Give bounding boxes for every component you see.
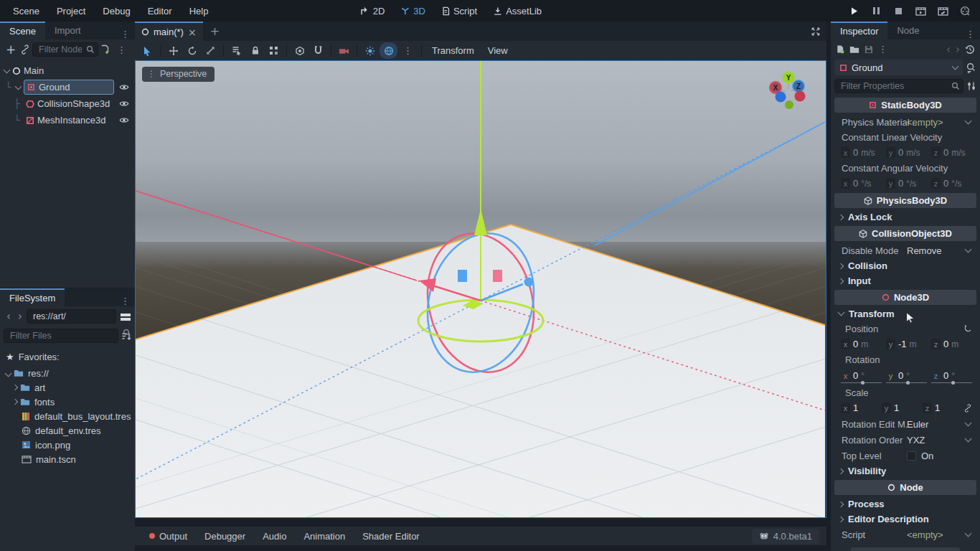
scale-mode-button[interactable] [202,42,220,59]
axis-navigation-gizmo[interactable]: Y X Z [763,65,814,117]
prop-rotation-edit-mode[interactable]: Rotation Edit M... Euler [834,416,977,432]
prop-script[interactable]: Script <empty> [834,527,977,542]
open-docs-button[interactable] [966,62,976,73]
menu-editor[interactable]: Editor [139,6,181,17]
lock-button[interactable] [246,42,264,59]
expand-viewport-icon[interactable] [811,27,821,37]
scale-link-icon[interactable] [963,404,972,413]
history-forward-icon[interactable]: › [956,43,960,56]
visibility-eye-icon[interactable] [119,100,129,108]
preview-environment-button[interactable] [380,42,397,59]
group-editor-description[interactable]: Editor Description [834,512,977,527]
group-process[interactable]: Process [834,496,977,512]
bottom-tab-output[interactable]: Output [142,531,194,542]
axis-neg-y-ball[interactable] [785,100,793,109]
tab-inspector[interactable]: Inspector [831,22,887,39]
dock-menu-icon[interactable]: ⋮ [116,296,135,306]
workspace-2d[interactable]: 2D [354,4,392,19]
menu-help[interactable]: Help [181,6,217,17]
workspace-3d[interactable]: 3D [394,4,432,19]
category-collisionobject3d[interactable]: CollisionObject3D [834,226,976,241]
rotation-z-field[interactable]: z0° [931,369,972,383]
menu-project[interactable]: Project [48,6,94,17]
revert-icon[interactable] [963,324,972,333]
rotation-y-field[interactable]: y0° [886,369,927,383]
category-node[interactable]: Node [834,480,976,495]
axis-neg-x-ball[interactable] [795,91,806,102]
add-metadata-button[interactable]: + Add Metadata [851,547,960,551]
dock-menu-icon[interactable]: ⋮ [116,29,135,39]
view-menu[interactable]: View [481,45,514,56]
expand-icon[interactable] [12,399,18,405]
axis-neg-z-ball[interactable] [776,92,786,103]
cav-y-field[interactable]: y0°/s [886,178,927,189]
group-visibility[interactable]: Visibility [834,463,977,479]
fs-row-bus-layout[interactable]: default_bus_layout.tres [6,409,133,423]
bottom-tab-animation[interactable]: Animation [296,531,352,542]
projection-selector[interactable]: ⋮ Perspective [142,67,215,82]
local-space-button[interactable] [291,42,308,59]
clv-z-field[interactable]: z0m/s [931,147,972,158]
clv-x-field[interactable]: x0m/s [841,147,882,158]
cav-x-field[interactable]: x0°/s [841,178,882,189]
category-physicsbody3d[interactable]: PhysicsBody3D [834,193,976,208]
play-button[interactable] [846,3,862,19]
save-resource-button[interactable] [864,45,873,54]
attach-script-button[interactable] [100,44,110,55]
bottom-tab-audio[interactable]: Audio [255,531,293,542]
tree-row-main[interactable]: Main [3,62,133,79]
history-button[interactable] [965,44,975,55]
instance-scene-button[interactable] [20,44,30,55]
scene-tree-menu-icon[interactable]: ⋮ [112,44,131,55]
close-tab-icon[interactable]: × [188,27,197,38]
position-z-field[interactable]: z0m [931,339,972,349]
collapse-icon[interactable] [5,369,12,377]
fs-row-icon-png[interactable]: icon.png [6,438,133,452]
bottom-tab-debugger[interactable]: Debugger [197,531,253,542]
load-resource-button[interactable] [849,45,859,54]
favorites-row[interactable]: ★ Favorites: [6,349,133,364]
fs-row-main-tscn[interactable]: main.tscn [6,452,133,466]
tree-row-ground[interactable]: └ Ground [3,79,133,95]
new-scene-tab-button[interactable]: + [203,24,227,38]
move-mode-button[interactable] [164,42,182,59]
scale-z-field[interactable]: z1 [923,402,959,413]
tab-filesystem[interactable]: FileSystem [0,288,65,306]
stop-button[interactable] [890,3,906,19]
clv-y-field[interactable]: y0m/s [886,147,927,158]
workspace-assetlib[interactable]: AssetLib [486,4,548,19]
position-x-field[interactable]: x0m [841,339,882,349]
fs-row-res[interactable]: res:// [6,366,133,380]
prop-rotation-order[interactable]: Rotation Order YXZ [834,432,977,448]
add-node-button[interactable]: + [4,42,18,57]
scale-y-field[interactable]: y1 [882,402,918,413]
position-y-field[interactable]: y-1m [886,339,927,349]
play-custom-scene-button[interactable] [935,3,951,19]
fs-row-fonts[interactable]: fonts [6,395,133,409]
prop-top-level[interactable]: Top Level On [834,448,977,463]
snap-button[interactable] [309,42,327,59]
viewport-3d[interactable]: ⋮ Perspective Y X Z [135,60,826,518]
tab-import[interactable]: Import [45,22,90,39]
category-staticbody3d[interactable]: StaticBody3D [834,98,976,113]
nav-back-icon[interactable]: ‹ [4,310,14,323]
menu-debug[interactable]: Debug [94,6,138,17]
cav-z-field[interactable]: z0°/s [931,178,972,189]
selected-node-box[interactable]: Ground [24,80,114,95]
scale-x-field[interactable]: x1 [841,402,877,413]
prop-physics-material[interactable]: Physics Material ... <empty> [834,114,977,130]
fs-row-env[interactable]: default_env.tres [6,423,133,438]
category-node3d[interactable]: Node3D [834,290,976,305]
split-mode-icon[interactable] [120,312,131,321]
nav-forward-icon[interactable]: › [15,310,25,323]
tune-sliders-icon[interactable] [966,81,976,91]
tree-row-collisionshape[interactable]: ├ CollisionShape3d [3,95,133,112]
workspace-script[interactable]: Script [435,4,484,19]
movie-maker-button[interactable] [957,3,973,19]
preview-sunlight-button[interactable] [361,42,379,59]
dock-menu-icon[interactable]: ⋮ [961,29,980,39]
node-selector[interactable]: Ground [834,60,963,75]
scene-tab-main[interactable]: main(*) × [135,22,203,41]
list-select-button[interactable] [227,42,245,59]
new-resource-button[interactable] [836,44,844,54]
